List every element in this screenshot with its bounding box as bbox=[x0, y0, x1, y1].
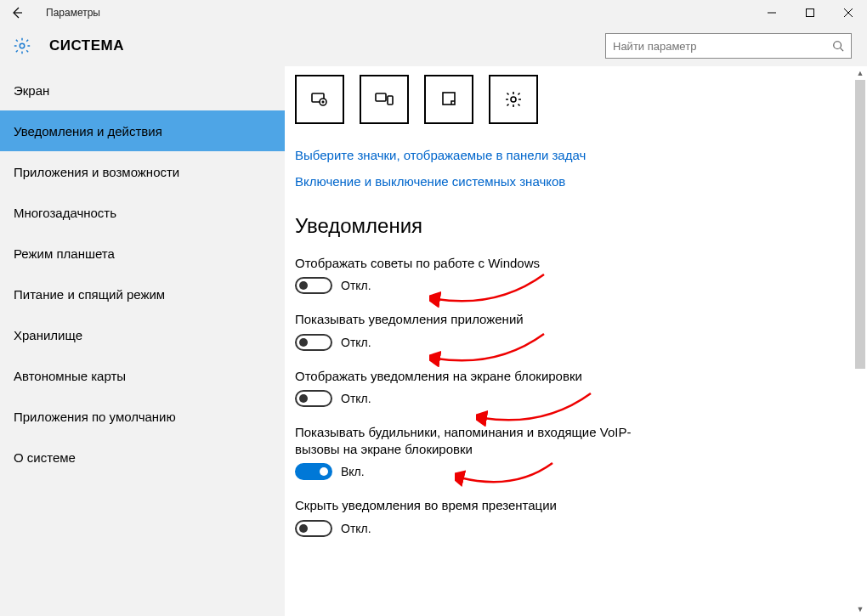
setting-hide-during-presentation: Скрыть уведомления во время презентации … bbox=[295, 497, 853, 536]
back-button[interactable] bbox=[0, 0, 34, 25]
sidebar-item-about[interactable]: О системе bbox=[0, 437, 285, 478]
svg-point-5 bbox=[20, 43, 25, 48]
close-button[interactable] bbox=[829, 0, 867, 25]
sidebar-item-label: Хранилище bbox=[14, 328, 82, 342]
svg-rect-2 bbox=[806, 9, 813, 17]
sidebar-item-label: Питание и спящий режим bbox=[14, 287, 165, 302]
sidebar-item-notifications-actions[interactable]: Уведомления и действия bbox=[0, 110, 285, 151]
sidebar-item-label: Приложения по умолчанию bbox=[14, 410, 176, 424]
sidebar-item-display[interactable]: Экран bbox=[0, 70, 285, 110]
maximize-icon bbox=[806, 8, 814, 17]
quick-action-slot-1[interactable] bbox=[295, 75, 344, 124]
setting-alarms-reminders-voip: Показывать будильники, напоминания и вхо… bbox=[295, 424, 853, 481]
connect-icon bbox=[374, 89, 394, 110]
sidebar-item-multitasking[interactable]: Многозадачность bbox=[0, 192, 285, 233]
arrow-left-icon bbox=[10, 6, 24, 20]
svg-rect-12 bbox=[443, 93, 455, 105]
setting-windows-tips: Отображать советы по работе с Windows От… bbox=[295, 255, 853, 294]
main-content: Выберите значки, отображаемые в панели з… bbox=[285, 66, 853, 616]
link-system-icons[interactable]: Включение и выключение системных значков bbox=[295, 174, 853, 189]
page-title: СИСТЕМА bbox=[49, 37, 124, 54]
setting-app-notifications: Показывать уведомления приложений Откл. bbox=[295, 311, 853, 350]
window-title: Параметры bbox=[34, 7, 100, 19]
minimize-icon bbox=[768, 8, 776, 17]
toggle-app-notifications[interactable] bbox=[295, 334, 332, 351]
toggle-windows-tips[interactable] bbox=[295, 277, 332, 294]
body: Экран Уведомления и действия Приложения … bbox=[0, 66, 867, 616]
sidebar-item-label: Режим планшета bbox=[14, 246, 115, 261]
setting-label: Отображать советы по работе с Windows bbox=[295, 255, 660, 272]
toggle-state: Откл. bbox=[341, 336, 371, 349]
tablet-mode-icon bbox=[309, 89, 330, 110]
setting-label: Скрыть уведомления во время презентации bbox=[295, 497, 660, 514]
sidebar-item-label: Автономные карты bbox=[14, 369, 126, 383]
sidebar-item-label: Приложения и возможности bbox=[14, 165, 179, 179]
toggle-lockscreen-notifications[interactable] bbox=[295, 390, 332, 407]
setting-label: Показывать уведомления приложений bbox=[295, 311, 660, 328]
svg-rect-11 bbox=[388, 96, 393, 105]
sidebar-item-default-apps[interactable]: Приложения по умолчанию bbox=[0, 396, 285, 437]
setting-label: Отображать уведомления на экране блокиро… bbox=[295, 368, 660, 385]
search-box[interactable] bbox=[605, 33, 852, 59]
toggle-hide-during-presentation[interactable] bbox=[295, 520, 332, 537]
svg-point-13 bbox=[511, 97, 516, 102]
section-heading-notifications: Уведомления bbox=[295, 214, 853, 238]
all-settings-icon bbox=[503, 89, 524, 110]
sidebar-item-storage[interactable]: Хранилище bbox=[0, 314, 285, 355]
link-taskbar-icons[interactable]: Выберите значки, отображаемые в панели з… bbox=[295, 148, 853, 162]
sidebar-item-label: О системе bbox=[14, 450, 76, 465]
quick-action-slot-3[interactable] bbox=[424, 75, 473, 124]
scrollbar-track[interactable] bbox=[853, 80, 867, 602]
quick-action-slot-2[interactable] bbox=[360, 75, 409, 124]
sidebar-item-offline-maps[interactable]: Автономные карты bbox=[0, 355, 285, 396]
quick-actions-row bbox=[295, 75, 853, 124]
toggle-state: Откл. bbox=[341, 522, 371, 535]
scrollbar-thumb[interactable] bbox=[855, 80, 865, 369]
toggle-state: Откл. bbox=[341, 392, 371, 405]
minimize-button[interactable] bbox=[752, 0, 790, 25]
settings-gear-icon bbox=[10, 34, 34, 58]
search-input[interactable] bbox=[613, 40, 832, 53]
sidebar-item-power-sleep[interactable]: Питание и спящий режим bbox=[0, 274, 285, 314]
titlebar: Параметры bbox=[0, 0, 867, 25]
toggle-state: Откл. bbox=[341, 279, 371, 292]
sidebar-item-label: Многозадачность bbox=[14, 206, 116, 220]
scrollbar-up-button[interactable]: ▲ bbox=[853, 66, 867, 80]
quick-action-slot-4[interactable] bbox=[489, 75, 538, 124]
sidebar-item-tablet-mode[interactable]: Режим планшета bbox=[0, 233, 285, 274]
svg-rect-10 bbox=[376, 93, 386, 101]
toggle-state: Вкл. bbox=[341, 465, 365, 478]
note-icon bbox=[439, 89, 459, 110]
sidebar-item-apps-features[interactable]: Приложения и возможности bbox=[0, 151, 285, 192]
search-icon bbox=[832, 40, 844, 52]
svg-point-6 bbox=[834, 42, 842, 49]
maximize-button[interactable] bbox=[790, 0, 829, 25]
header: СИСТЕМА bbox=[0, 25, 867, 66]
svg-line-7 bbox=[841, 48, 844, 52]
toggle-alarms-reminders-voip[interactable] bbox=[295, 463, 332, 480]
sidebar-item-label: Уведомления и действия bbox=[14, 124, 162, 138]
sidebar-item-label: Экран bbox=[14, 83, 49, 98]
scrollbar-down-button[interactable]: ▼ bbox=[853, 602, 867, 616]
sidebar: Экран Уведомления и действия Приложения … bbox=[0, 66, 285, 616]
close-icon bbox=[844, 8, 853, 17]
setting-label: Показывать будильники, напоминания и вхо… bbox=[295, 424, 660, 459]
vertical-scrollbar[interactable]: ▲ ▼ bbox=[853, 66, 867, 616]
setting-lockscreen-notifications: Отображать уведомления на экране блокиро… bbox=[295, 368, 853, 407]
